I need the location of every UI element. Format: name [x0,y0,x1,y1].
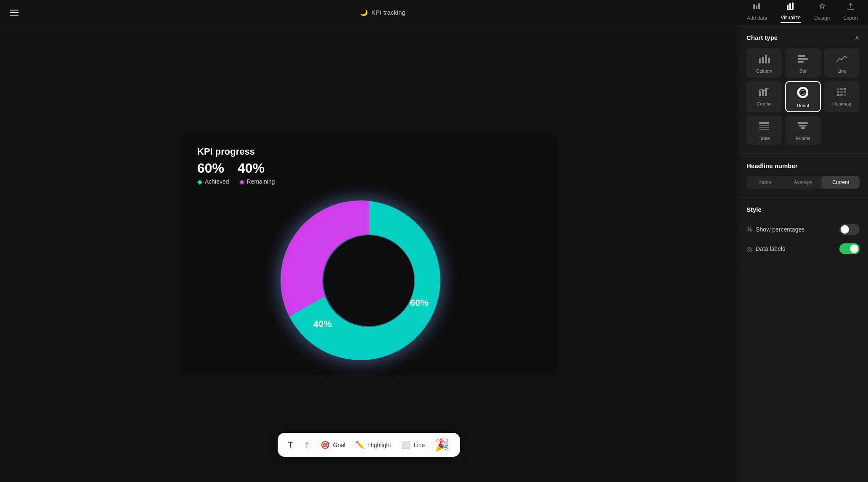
tab-export[interactable]: Export [843,2,858,23]
chart-type-chevron: ∧ [855,34,860,42]
headline-number-header: Headline number [746,162,860,169]
show-percentages-label: Show percentages [756,226,804,233]
toolbar-text[interactable]: T [288,440,293,450]
chart-type-combo[interactable]: Combo [746,81,782,112]
table-chart-label: Table [759,136,770,141]
svg-rect-31 [759,125,769,126]
headline-average[interactable]: Average [784,176,822,189]
svg-rect-34 [798,122,808,124]
toolbar-goal-label: Goal [333,442,346,448]
chart-card: KPI progress 60% 40% ◆ Achieved ◆ Remain… [180,132,558,376]
toolbar-highlight[interactable]: ✏️ Highlight [355,440,391,450]
chart-type-header: Chart type ∧ [746,34,860,42]
donut-label-40: 40% [313,319,332,329]
svg-rect-8 [759,58,761,63]
combo-chart-label: Combo [757,101,771,106]
heatmap-chart-icon [836,87,848,99]
tab-design[interactable]: Design [814,2,830,23]
svg-rect-27 [837,94,839,96]
svg-rect-32 [759,127,769,128]
line-chart-label: Line [837,68,846,74]
legend-remaining: ◆ Remaining [239,178,275,186]
tab-export-label: Export [843,15,858,21]
nav-right: Add data Visualize Design [747,2,858,23]
donut-chart-icon [797,87,808,100]
donut-container: 60% 40% [197,192,540,369]
show-percentages-toggle[interactable] [839,224,860,235]
chart-type-section: Chart type ∧ Column Bar [738,25,868,154]
design-icon [818,2,827,13]
arrow-icon: ↗ [301,439,313,451]
toolbar-arrow[interactable]: ↗ [303,440,310,450]
svg-rect-15 [759,91,761,96]
svg-rect-24 [837,91,839,93]
svg-rect-26 [844,91,846,93]
show-percentages-row: % Show percentages [746,220,860,239]
main-layout: KPI progress 60% 40% ◆ Achieved ◆ Remain… [0,25,868,482]
toolbar-goal[interactable]: 🎯 Goal [320,440,346,450]
toolbar-line-label: Line [414,442,425,448]
svg-rect-22 [840,88,843,90]
svg-rect-6 [787,9,794,10]
visualize-icon [786,2,795,13]
title-icon: 🌙 [360,9,368,16]
line-chart-icon [836,54,848,66]
heatmap-chart-label: Heatmap [833,101,852,106]
chart-type-heatmap[interactable]: Heatmap [824,81,860,112]
tab-add-data[interactable]: Add data [747,2,767,23]
svg-rect-5 [792,3,794,9]
svg-rect-33 [759,129,769,130]
chart-type-table[interactable]: Table [746,116,782,145]
chart-type-title: Chart type [746,34,778,41]
show-percentages-left: % Show percentages [746,226,804,233]
donut-chart: 60% 40% [281,192,457,369]
svg-rect-21 [837,88,839,90]
remaining-label: Remaining [247,178,275,185]
data-labels-toggle[interactable] [839,243,860,254]
nav-center: 🌙 KPI tracking [360,9,405,16]
style-header: Style [746,206,860,213]
toolbar-line[interactable]: ⬜ Line [401,440,425,450]
highlight-icon: ✏️ [355,440,365,450]
toolbar-highlight-label: Highlight [368,442,391,448]
svg-rect-35 [799,125,807,126]
chart-type-line[interactable]: Line [824,48,860,78]
chart-type-bar[interactable]: Bar [785,48,820,78]
headline-average-label: Average [794,179,812,185]
column-chart-icon [758,54,770,66]
svg-rect-25 [840,91,843,93]
chart-stats: 60% 40% [197,161,540,176]
chart-type-funnel[interactable]: Funnel [785,116,820,145]
chart-type-donut[interactable]: Donut [785,81,820,112]
funnel-chart-icon [797,121,809,133]
svg-rect-3 [787,5,789,9]
tab-add-data-label: Add data [747,15,767,21]
column-chart-label: Column [756,68,772,74]
achieved-color-dot: ◆ [197,178,202,186]
svg-rect-30 [759,122,769,124]
headline-number-section: Headline number None Average Current [738,154,868,198]
canvas-area: KPI progress 60% 40% ◆ Achieved ◆ Remain… [0,25,738,482]
headline-none[interactable]: None [746,176,784,189]
achieved-pct: 60% [197,161,224,176]
percentage-icon: % [746,226,752,233]
bar-chart-icon [797,54,809,66]
data-labels-knob [850,245,858,253]
toolbar-sticker[interactable]: 🎉 [435,438,450,452]
headline-number-title: Headline number [746,162,798,169]
headline-current[interactable]: Current [822,176,860,189]
nav-left [10,10,19,16]
combo-chart-icon [758,87,770,99]
tab-visualize[interactable]: Visualize [781,2,801,23]
menu-icon[interactable] [10,10,19,16]
legend-achieved: ◆ Achieved [197,178,229,186]
chart-type-column[interactable]: Column [746,48,782,78]
funnel-chart-label: Funnel [796,136,810,141]
donut-chart-label: Donut [797,103,809,108]
export-icon [846,2,855,13]
svg-rect-23 [844,88,846,90]
svg-point-7 [323,235,414,326]
svg-rect-28 [840,94,843,96]
achieved-label: Achieved [205,178,229,185]
add-data-icon [752,2,762,13]
